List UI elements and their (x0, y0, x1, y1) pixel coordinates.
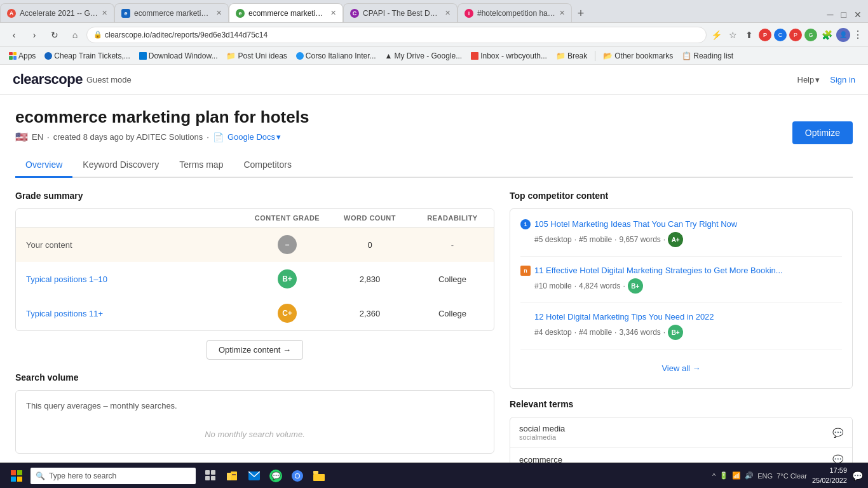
taskbar-app-icons: 💬 (201, 466, 329, 486)
address-bar[interactable]: 🔒 clearscope.io/aditec/reports/9ed6e3d14… (86, 27, 707, 43)
competitor-1-grade-badge: A+ (668, 232, 683, 247)
puzzle-icon[interactable]: 🧩 (820, 28, 834, 42)
browser-tab-5[interactable]: i #hotelcompetition hashtag... ✕ (458, 3, 572, 22)
bookmark-cheap-train[interactable]: Cheap Train Tickets,... (41, 50, 133, 62)
chrome-menu-button[interactable]: ⋮ (853, 29, 863, 41)
google-docs-icon: 📄 (213, 132, 224, 142)
task-view-button[interactable] (201, 466, 221, 486)
bookmark-inbox-label: Inbox - wrbcyouth... (480, 51, 547, 60)
file-explorer-button[interactable] (222, 466, 243, 486)
competitor-1-link[interactable]: 1 105 Hotel Marketing Ideas That You Can… (520, 219, 842, 229)
help-button[interactable]: Help ▾ (797, 75, 820, 85)
relevant-term-row-1: social media socialmedia 💬 (510, 417, 852, 448)
bookmark-download[interactable]: Download Window... (135, 50, 222, 62)
sys-icons: ^ 🔋 📶 🔊 ENG 7°C Clear (712, 471, 807, 480)
close-tab-2-icon[interactable]: ✕ (216, 9, 222, 17)
bookmark-apps[interactable]: Apps (5, 50, 39, 62)
close-button[interactable]: ✕ (851, 7, 864, 22)
term-2-info: ecommerce (519, 455, 562, 463)
bookmark-reading[interactable]: 📋 Reading list (678, 50, 737, 62)
competitor-2-icon: n (520, 266, 531, 276)
competitor-3-grade-badge: B+ (668, 325, 683, 340)
extensions-button[interactable]: ⚡ (709, 28, 723, 42)
tab-overview[interactable]: Overview (15, 153, 72, 178)
reload-button[interactable]: ↻ (46, 26, 64, 44)
grade-row-positions-11-plus: Typical positions 11+ C+ 2,360 College (16, 296, 494, 330)
competitor-3-link[interactable]: 12 Hotel Digital Marketing Tips You Need… (520, 312, 842, 322)
term-2-chat-icon[interactable]: 💬 (832, 454, 843, 463)
no-volume-text: No monthly search volume. (26, 430, 484, 439)
forward-button[interactable]: › (25, 26, 43, 44)
maximize-button[interactable]: □ (839, 7, 849, 22)
ext-icon-4[interactable]: G (804, 29, 817, 41)
logo-area: clearscope Guest mode (13, 71, 132, 88)
your-content-word-count: 0 (329, 240, 411, 250)
bookmark-post-uni-label: Post Uni ideas (238, 51, 287, 60)
positions-11-plus-link[interactable]: Typical positions 11+ (26, 309, 103, 318)
browser-tab-4[interactable]: C CPAPI - The Best Data Transf... ✕ (343, 3, 458, 22)
bookmark-inbox[interactable]: Inbox - wrbcyouth... (467, 50, 551, 62)
profile-icon[interactable]: 👤 (836, 28, 850, 42)
share-button[interactable]: ⬆ (742, 28, 756, 42)
competitor-3-meta: #4 desktop · #4 mobile · 3,346 words · B… (534, 325, 842, 340)
ext-icon-3[interactable]: P (789, 29, 802, 41)
back-button[interactable]: ‹ (5, 26, 23, 44)
view-all-button[interactable]: View all → (520, 358, 842, 378)
chrome-button[interactable] (287, 466, 308, 486)
new-tab-button[interactable]: + (572, 4, 590, 22)
caret-icon[interactable]: ^ (712, 472, 715, 480)
connector-link[interactable]: Google Docs ▾ (227, 132, 281, 142)
svg-rect-10 (232, 474, 236, 475)
top-competitor-card: 1 105 Hotel Marketing Ideas That You Can… (510, 208, 853, 389)
comp-3-dot-2: · (614, 328, 616, 337)
bookmark-post-uni[interactable]: 📁 Post Uni ideas (222, 50, 290, 62)
ext-icon-1[interactable]: P (759, 29, 771, 41)
positions-11-plus-readability: College (411, 309, 494, 318)
bookmark-reading-label: Reading list (693, 51, 733, 60)
sign-in-button[interactable]: Sign in (830, 75, 855, 85)
tab-terms-map[interactable]: Terms map (169, 153, 233, 178)
close-tab-5-icon[interactable]: ✕ (559, 9, 565, 17)
competitor-3-title: 12 Hotel Digital Marketing Tips You Need… (534, 312, 714, 322)
file-manager-button[interactable] (309, 466, 329, 486)
optimize-content-button[interactable]: Optimize content → (207, 340, 303, 360)
bookmark-other[interactable]: 📂 Other bookmarks (599, 50, 677, 62)
close-tab-1-icon[interactable]: ✕ (102, 9, 107, 17)
home-button[interactable]: ⌂ (66, 26, 84, 44)
tab-competitors[interactable]: Competitors (233, 153, 301, 178)
notification-button[interactable]: 💬 (852, 471, 863, 481)
ext-icon-2[interactable]: C (774, 29, 787, 41)
competitor-1-title: 105 Hotel Marketing Ideas That You Can T… (534, 219, 737, 229)
optimize-button[interactable]: Optimize (792, 121, 853, 144)
tab-keyword-discovery[interactable]: Keyword Discovery (72, 153, 169, 178)
navigation-bar: ‹ › ↻ ⌂ 🔒 clearscope.io/aditec/reports/9… (0, 23, 868, 47)
close-tab-3-icon[interactable]: ✕ (330, 9, 336, 17)
term-1-sub: socialmedia (519, 433, 565, 441)
bookmark-break[interactable]: 📁 Break (552, 50, 591, 62)
browser-tab-3[interactable]: e ecommerce marketing plan f... ✕ (229, 3, 343, 22)
bookmark-corso[interactable]: Corso Italiano Inter... (292, 50, 380, 62)
star-button[interactable]: ☆ (726, 28, 740, 42)
taskbar-search-box[interactable]: 🔍 Type here to search (31, 468, 196, 484)
your-content-grade-badge: – (278, 235, 297, 254)
svg-rect-0 (11, 470, 16, 475)
positions-1-10-link[interactable]: Typical positions 1–10 (26, 274, 107, 284)
flag-icon: 🇺🇸 (15, 131, 28, 143)
svg-point-14 (295, 474, 299, 478)
competitor-1-meta: #5 desktop · #5 mobile · 9,657 words · A… (534, 232, 842, 247)
bookmark-cheap-train-label: Cheap Train Tickets,... (54, 51, 130, 60)
bookmark-drive[interactable]: ▲ My Drive - Google... (381, 50, 466, 62)
mail-button[interactable] (244, 466, 264, 486)
competitor-3-mobile: #4 mobile (579, 328, 612, 337)
svg-rect-5 (211, 470, 215, 475)
term-1-chat-icon[interactable]: 💬 (832, 428, 843, 438)
close-tab-4-icon[interactable]: ✕ (445, 9, 451, 17)
minimize-button[interactable]: ─ (825, 7, 836, 22)
clock-date: 25/02/2022 (812, 476, 847, 485)
browser-tab-2[interactable]: e ecommerce marketing plan f... ✕ (114, 3, 229, 22)
start-button[interactable] (5, 464, 28, 487)
whatsapp-button[interactable]: 💬 (266, 466, 286, 486)
browser-tab-1[interactable]: A Accelerate 2021 -- Google D... ✕ (0, 3, 114, 22)
taskbar-clock[interactable]: 17:59 25/02/2022 (812, 466, 847, 485)
competitor-2-link[interactable]: n 11 Effective Hotel Digital Marketing S… (520, 266, 842, 276)
